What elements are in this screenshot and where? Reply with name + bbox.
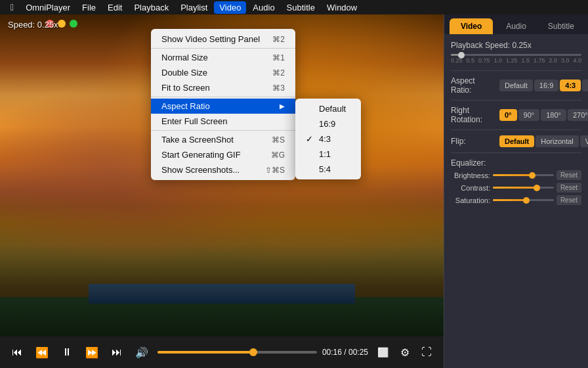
equalizer-label: Equalizer: xyxy=(451,158,581,168)
rotation-180-btn[interactable]: 180° xyxy=(541,109,566,121)
rotation-270-btn[interactable]: 270° xyxy=(568,109,588,121)
brightness-slider[interactable] xyxy=(493,174,554,176)
control-icons: ⬜ ⚙ ⛶ xyxy=(373,344,436,361)
contrast-reset[interactable]: Reset xyxy=(556,183,581,193)
rotation-label: Right Rotation: xyxy=(451,106,497,124)
brightness-label: Brightness: xyxy=(451,172,490,179)
play-pause-button[interactable]: ⏸ xyxy=(58,344,76,361)
aspect-11-btn[interactable]: 1:1 xyxy=(582,80,588,91)
submenu-54[interactable]: 5:4 xyxy=(295,162,361,177)
menu-generate-gif[interactable]: Start Generating GIF ⌘G xyxy=(151,147,295,162)
flip-default-btn[interactable]: Default xyxy=(499,135,534,147)
rotation-90-btn[interactable]: 90° xyxy=(518,109,540,121)
saturation-slider[interactable] xyxy=(493,199,554,201)
menu-playback[interactable]: Playback xyxy=(129,1,174,14)
separator-2 xyxy=(151,97,295,97)
aspect-ratio-submenu: Default 16:9 ✓ 4:3 1:1 5:4 xyxy=(295,99,361,179)
aspect-169-btn[interactable]: 16:9 xyxy=(534,80,558,91)
fast-forward-button[interactable]: ⏩ xyxy=(81,344,102,361)
divider-1 xyxy=(451,70,581,71)
time-display: 00:16 / 00:25 xyxy=(322,348,368,357)
skip-forward-button[interactable]: ⏭ xyxy=(108,344,126,361)
aspect-ratio-row: Aspect Ratio: Default 16:9 4:3 1:1 5:4 xyxy=(451,76,581,95)
menu-fit-to-screen[interactable]: Fit to Screen ⌘3 xyxy=(151,80,295,95)
aspect-43-btn[interactable]: 4:3 xyxy=(560,80,581,91)
speed-label: Speed: 0.25x xyxy=(8,20,58,30)
contrast-row: Contrast: Reset xyxy=(451,183,581,193)
menu-playlist[interactable]: Playlist xyxy=(175,1,213,14)
panel-tabs: Video Audio Subtitle xyxy=(444,14,588,34)
menu-show-screenshots[interactable]: Show Screenshots... ⇧⌘S xyxy=(151,162,295,177)
rotation-buttons: 0° 90° 180° 270° xyxy=(499,109,588,121)
menu-video[interactable]: Video xyxy=(214,1,246,14)
menu-aspect-ratio[interactable]: Aspect Ratio ▶ Default 16:9 ✓ 4:3 xyxy=(151,99,295,114)
menu-omni[interactable]: OmniPlayer xyxy=(20,1,75,14)
video-menu: Show Video Setting Panel ⌘2 Normal Size … xyxy=(151,29,295,180)
brightness-row: Brightness: Reset xyxy=(451,170,581,180)
saturation-label: Saturation: xyxy=(451,196,490,204)
rewind-button[interactable]: ⏪ xyxy=(32,344,52,361)
submenu-11[interactable]: 1:1 xyxy=(295,147,361,162)
menu-enter-fullscreen[interactable]: Enter Full Screen xyxy=(151,114,295,129)
rotation-0-btn[interactable]: 0° xyxy=(499,109,517,121)
brightness-fill xyxy=(493,174,532,176)
menu-edit[interactable]: Edit xyxy=(102,1,127,14)
saturation-reset[interactable]: Reset xyxy=(556,195,581,205)
flip-row: Flip: Default Horizontal Vertical xyxy=(451,135,581,147)
playback-speed-label: Playback Speed: 0.25x xyxy=(451,41,581,50)
speed-marks: 0.25 0.5 0.75 1.0 1.25 1.5 1.75 2.0 3.0 … xyxy=(451,57,581,64)
rock-layer xyxy=(0,166,444,297)
rotation-row: Right Rotation: 0° 90° 180° 270° xyxy=(451,106,581,124)
tab-video[interactable]: Video xyxy=(450,18,493,34)
subtitles-button[interactable]: ⬜ xyxy=(373,344,392,360)
volume-button[interactable]: 🔊 xyxy=(131,344,152,361)
speed-slider-thumb[interactable] xyxy=(458,52,465,58)
progress-thumb[interactable] xyxy=(249,348,257,356)
flip-vertical-btn[interactable]: Vertical xyxy=(580,135,588,147)
menu-file[interactable]: File xyxy=(77,1,101,14)
flip-buttons: Default Horizontal Vertical xyxy=(499,135,588,147)
tab-subtitle[interactable]: Subtitle xyxy=(539,18,583,34)
submenu-43[interactable]: ✓ 4:3 xyxy=(295,131,361,147)
saturation-fill xyxy=(493,199,526,201)
fullscreen-button[interactable]: ⛶ xyxy=(417,344,436,361)
contrast-fill xyxy=(493,187,537,189)
divider-2 xyxy=(451,100,581,101)
flip-label: Flip: xyxy=(451,137,497,146)
menu-window[interactable]: Window xyxy=(322,1,362,14)
maximize-button[interactable] xyxy=(70,20,77,28)
speed-slider[interactable] xyxy=(451,54,581,56)
saturation-thumb[interactable] xyxy=(523,197,530,204)
progress-fill xyxy=(158,351,253,354)
minimize-button[interactable] xyxy=(58,20,66,28)
settings-button[interactable]: ⚙ xyxy=(396,344,413,361)
contrast-slider[interactable] xyxy=(493,187,554,189)
controls-bar: ⏮ ⏪ ⏸ ⏩ ⏭ 🔊 00:16 / 00:25 ⬜ ⚙ ⛶ xyxy=(0,336,444,368)
aspect-ratio-buttons: Default 16:9 4:3 1:1 5:4 xyxy=(499,80,588,91)
menu-audio[interactable]: Audio xyxy=(247,1,280,14)
menu-double-size[interactable]: Double Size ⌘2 xyxy=(151,65,295,80)
divider-3 xyxy=(451,129,581,130)
flip-horizontal-btn[interactable]: Horizontal xyxy=(536,135,579,147)
separator-3 xyxy=(151,130,295,131)
contrast-thumb[interactable] xyxy=(534,185,540,191)
menu-normal-size[interactable]: Normal Size ⌘1 xyxy=(151,50,295,65)
menu-screenshot[interactable]: Take a ScreenShot ⌘S xyxy=(151,132,295,147)
aspect-default-btn[interactable]: Default xyxy=(499,80,533,91)
separator-1 xyxy=(151,48,295,49)
menubar:  OmniPlayer File Edit Playback Playlist… xyxy=(0,0,588,14)
divider-4 xyxy=(451,152,581,153)
apple-menu[interactable]:  xyxy=(5,1,19,14)
skip-back-button[interactable]: ⏮ xyxy=(8,344,26,361)
menu-subtitle[interactable]: Subtitle xyxy=(282,1,320,14)
submenu-169[interactable]: 16:9 xyxy=(295,116,361,131)
progress-container[interactable]: 00:16 / 00:25 xyxy=(158,348,368,357)
menu-show-video-setting[interactable]: Show Video Setting Panel ⌘2 xyxy=(151,32,295,47)
aspect-ratio-label: Aspect Ratio: xyxy=(451,76,497,95)
brightness-thumb[interactable] xyxy=(529,172,536,179)
progress-bar[interactable] xyxy=(158,351,317,354)
right-panel: Video Audio Subtitle Playback Speed: 0.2… xyxy=(444,14,588,368)
brightness-reset[interactable]: Reset xyxy=(556,170,581,180)
submenu-default[interactable]: Default xyxy=(295,101,361,116)
tab-audio[interactable]: Audio xyxy=(494,18,537,34)
